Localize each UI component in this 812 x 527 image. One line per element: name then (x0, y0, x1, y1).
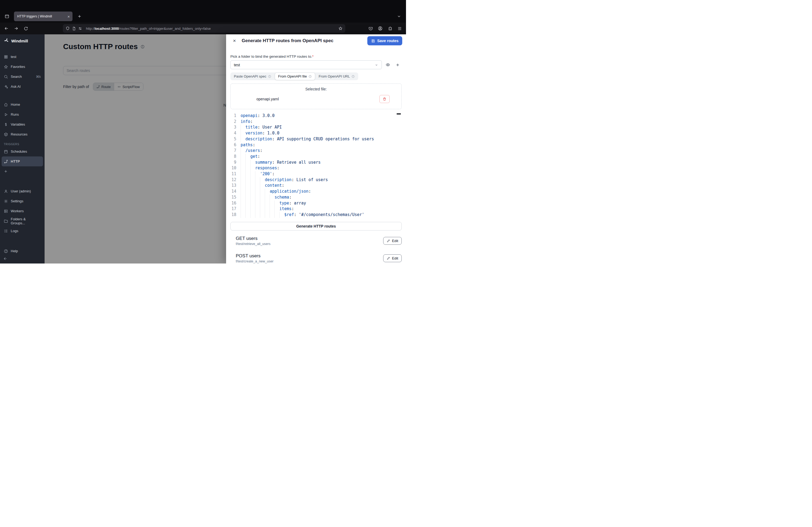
spec-source-tabs: Paste OpenAPI spec From OpenAPI file Fro… (230, 73, 358, 80)
indent-guide (241, 165, 241, 171)
info-circle-icon (351, 75, 355, 78)
account-icon[interactable] (376, 24, 385, 33)
page-info-icon[interactable] (72, 27, 76, 31)
tab-from-openapi-url[interactable]: From OpenAPI URL (315, 73, 358, 80)
edit-label: Edit (392, 239, 398, 243)
save-routes-label: Save routes (377, 39, 398, 43)
indent-guide (245, 160, 246, 166)
folder-icon (4, 219, 8, 223)
brand-name: Windmill (11, 39, 28, 43)
route-text-block: POST users f/test/create_a_new_user (236, 253, 273, 263)
route-title: POST users (236, 253, 273, 259)
box-icon (4, 132, 8, 137)
sidebar-item-home[interactable]: Home (0, 100, 45, 109)
line-number: 7 (230, 148, 236, 154)
permissions-icon[interactable] (78, 27, 82, 31)
required-asterisk: * (312, 55, 313, 59)
forward-button[interactable] (12, 24, 20, 33)
code-line: schema: (241, 195, 402, 200)
edit-route-button[interactable]: Edit (383, 254, 402, 262)
route-icon (4, 160, 8, 164)
route-row: POST users f/test/create_a_new_user Edit (236, 253, 402, 263)
tab-close-icon[interactable]: × (68, 15, 70, 18)
tab-strip: HTTP triggers | Windmill × (0, 0, 406, 22)
indent-guide (241, 154, 241, 160)
user-icon (4, 189, 8, 194)
sparkles-icon (4, 85, 8, 89)
workspace-icon (4, 55, 8, 59)
code-line: openapi: 3.0.0 (241, 113, 402, 119)
sidebar-item-folders-groups[interactable]: Folders & Groups... (0, 216, 45, 226)
tab-from-openapi-file[interactable]: From OpenAPI file (275, 73, 315, 80)
sidebar-item-ask-ai[interactable]: Ask AI (0, 81, 45, 91)
code-line: version: 1.0.0 (241, 131, 402, 136)
bookmark-star-icon[interactable] (338, 26, 343, 31)
sidebar-item-test[interactable]: test (0, 52, 45, 62)
sidebar-item-favorites[interactable]: Favorites (0, 62, 45, 72)
tracking-protection-shield-icon[interactable] (66, 26, 70, 31)
reload-button[interactable] (21, 24, 30, 33)
sidebar-item-help[interactable]: Help (0, 246, 45, 256)
sidebar-item-user-admin[interactable]: User (admin) (0, 186, 45, 196)
indent-guide (245, 206, 246, 212)
indent-guide (265, 206, 265, 212)
application-window: HTTP triggers | Windmill × (0, 0, 406, 264)
gear-icon (4, 199, 8, 204)
code-line: responses: (241, 165, 402, 171)
code-line: summary: Retrieve all users (241, 160, 402, 166)
sidebar-item-workers[interactable]: Workers (0, 206, 45, 216)
indent-guide (245, 200, 246, 206)
line-number: 3 (230, 124, 236, 131)
browser-tab[interactable]: HTTP triggers | Windmill × (14, 12, 73, 21)
url-bar[interactable]: http://localhost:3000/routes?filter_path… (63, 24, 345, 33)
sidebar-item-resources[interactable]: Resources (0, 129, 45, 139)
editor-scrollbar-thumb[interactable] (396, 113, 401, 115)
sidebar-item-label: HTTP (11, 160, 20, 163)
indent-guide (265, 212, 265, 218)
sidebar-item-settings[interactable]: Settings (0, 196, 45, 206)
edit-route-button[interactable]: Edit (383, 237, 402, 245)
sidebar-item-http[interactable]: HTTP (2, 156, 43, 166)
editor-code: openapi: 3.0.0info: title: User API vers… (241, 113, 402, 220)
sidebar-group-workspace: test Favorites Search ⌘k Ask AI (0, 52, 45, 91)
indent-guide (241, 206, 241, 212)
brand[interactable]: Windmill (0, 36, 45, 45)
indent-guide (241, 131, 241, 136)
sidebar-item-logs[interactable]: Logs (0, 226, 45, 236)
line-number: 1 (230, 113, 236, 119)
extensions-puzzle-icon[interactable] (386, 24, 394, 33)
generate-http-routes-button[interactable]: Generate HTTP routes (230, 222, 402, 230)
sidebar-group-bottom: User (admin) Settings Workers Folders & … (0, 186, 45, 236)
indent-guide (260, 189, 260, 195)
new-tab-button[interactable] (75, 12, 84, 21)
back-button[interactable] (2, 24, 11, 33)
code-line: type: array (241, 200, 402, 206)
sidebar-item-runs[interactable]: Runs (0, 109, 45, 119)
dollar-icon (4, 122, 8, 127)
sidebar-item-search[interactable]: Search ⌘k (0, 72, 45, 81)
code-line: title: User API (241, 124, 402, 131)
tab-paste-openapi-spec[interactable]: Paste OpenAPI spec (230, 73, 275, 80)
indent-guide (241, 195, 241, 200)
folder-select[interactable]: test (230, 60, 382, 69)
line-number: 5 (230, 136, 236, 142)
list-all-tabs-button[interactable] (395, 12, 403, 21)
preview-eye-button[interactable] (384, 61, 392, 69)
code-line: items: (241, 206, 402, 212)
pocket-icon[interactable] (366, 24, 375, 33)
add-folder-button[interactable] (394, 61, 402, 69)
sidebar-item-variables[interactable]: Variables (0, 119, 45, 129)
close-icon[interactable]: × (230, 37, 238, 45)
sidebar-add-trigger-button[interactable] (0, 166, 45, 176)
menu-hamburger-icon[interactable] (395, 24, 404, 33)
delete-file-button[interactable] (379, 95, 390, 103)
triggers-section-label: TRIGGERS (0, 143, 45, 147)
sidebar-item-schedules[interactable]: Schedules (0, 147, 45, 156)
code-editor[interactable]: 123456789101112131415161718 openapi: 3.0… (230, 112, 402, 220)
firefox-view-button[interactable] (3, 12, 11, 21)
url-path: /routes?filter_path_of=trigger&user_and_… (119, 27, 211, 31)
sidebar-collapse-arrow-icon[interactable] (3, 257, 8, 262)
save-routes-button[interactable]: Save routes (367, 36, 402, 45)
indent-guide (241, 212, 241, 218)
sidebar: Windmill test Favorites Search ⌘k (0, 34, 45, 264)
